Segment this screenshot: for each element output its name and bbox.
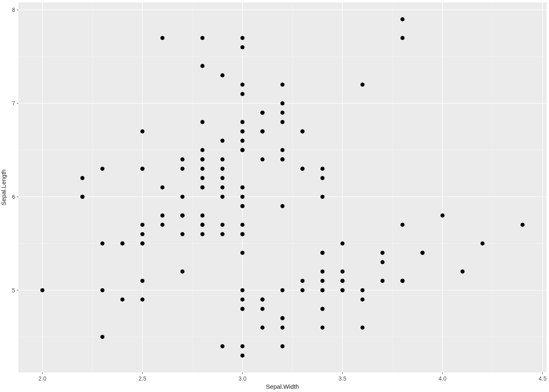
data-point [281,148,285,152]
data-point [340,279,344,283]
data-point [281,120,285,124]
data-point [281,157,285,161]
data-point [261,298,265,302]
data-point [241,148,245,152]
data-point [141,279,145,283]
data-point [201,185,205,189]
data-point [181,167,185,171]
data-point [141,232,145,236]
data-point [261,325,265,330]
data-point [141,241,145,245]
data-point [80,195,85,199]
data-point [460,270,464,274]
data-point [261,157,265,161]
data-point [320,176,324,180]
data-point [281,82,285,87]
data-point [241,82,245,87]
data-point [181,157,185,161]
data-point [400,279,404,283]
x-tick-label: 3.5 [339,375,347,382]
data-point [281,204,285,208]
data-point [281,344,285,348]
x-tick-label: 2.0 [38,375,47,382]
data-point [221,223,225,227]
data-point [340,241,344,245]
data-point [181,195,185,199]
data-point [141,298,145,302]
data-point [40,288,45,292]
data-point [320,195,324,199]
data-point [161,223,165,227]
data-point [241,36,245,40]
data-point [201,167,205,171]
data-point [241,204,245,208]
data-point [201,64,205,68]
data-point [221,176,225,180]
data-point [300,288,304,292]
data-point [480,241,484,245]
data-point [300,129,304,134]
data-point [201,36,205,40]
data-point [241,120,245,124]
data-point [181,232,185,236]
data-point [80,176,85,180]
data-point [181,214,185,218]
data-point [221,185,225,189]
data-point [320,270,324,274]
data-point [241,232,245,236]
data-point [340,288,344,292]
data-point [221,344,225,348]
data-point [340,270,344,274]
data-point [320,288,324,292]
data-point [201,176,205,180]
data-point [241,185,245,189]
data-point [360,298,364,302]
scatter-chart: 2.02.53.03.54.04.55678Sepal.WidthSepal.L… [0,0,549,392]
data-point [320,307,324,311]
data-point [420,251,424,255]
data-point [201,148,205,152]
data-point [161,185,165,189]
data-point [161,214,165,218]
data-point [400,36,404,40]
data-point [520,223,524,227]
data-point [241,139,245,143]
y-tick-label: 8 [12,7,15,13]
data-point [320,279,324,283]
y-axis-title: Sepal.Length [0,169,7,205]
data-point [121,241,125,245]
data-point [241,288,245,292]
data-point [241,223,245,227]
data-point [320,167,324,171]
data-point [181,270,185,274]
data-point [221,73,225,77]
data-point [201,120,205,124]
x-axis-title: Sepal.Width [266,383,299,390]
data-point [241,298,245,302]
data-point [261,111,265,115]
data-point [221,167,225,171]
data-point [141,129,145,134]
x-tick-label: 3.0 [239,375,247,382]
x-tick-label: 4.5 [538,375,547,382]
data-point [241,92,245,96]
data-point [400,17,404,21]
data-point [360,325,364,330]
data-point [241,45,245,49]
data-point [300,167,304,171]
data-point [241,129,245,134]
y-tick-label: 6 [12,194,15,200]
data-point [241,251,245,255]
data-point [241,195,245,199]
data-point [400,223,404,227]
data-point [281,101,285,105]
data-point [380,251,384,255]
data-point [300,279,304,283]
x-tick-label: 4.0 [439,375,447,382]
data-point [380,260,384,264]
y-tick-label: 5 [12,287,15,294]
data-point [241,344,245,348]
y-tick-label: 7 [12,100,15,107]
data-point [141,223,145,227]
data-point [281,111,285,115]
